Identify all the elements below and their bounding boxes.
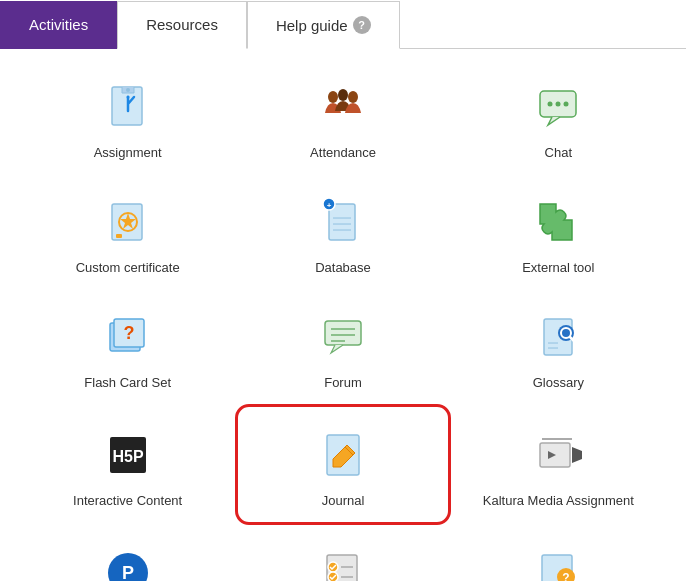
svg-point-5	[348, 91, 358, 103]
journal-icon	[313, 425, 373, 485]
flash-card-set-icon: ?	[98, 307, 158, 367]
tab-bar: Activities Resources Help guide ?	[0, 0, 686, 49]
activity-assignment[interactable]: Assignment	[20, 59, 235, 174]
kaltura-icon	[528, 425, 588, 485]
chat-icon	[528, 77, 588, 137]
tab-helpguide-label: Help guide	[276, 17, 348, 34]
activity-external-tool[interactable]: External tool	[451, 174, 666, 289]
svg-text:P: P	[122, 563, 134, 581]
activity-database[interactable]: + Database	[235, 174, 450, 289]
svg-text:H5P: H5P	[112, 448, 143, 465]
svg-point-2	[126, 96, 129, 99]
svg-point-3	[328, 91, 338, 103]
custom-certificate-icon	[98, 192, 158, 252]
svg-point-8	[556, 102, 561, 107]
activity-pearson[interactable]: P Pearson MyLab & Mastering Link	[20, 525, 235, 581]
activity-journal[interactable]: Journal	[235, 404, 450, 525]
interactive-content-icon: H5P	[98, 425, 158, 485]
journal-label: Journal	[322, 493, 365, 510]
svg-text:?: ?	[563, 571, 570, 581]
chat-label: Chat	[545, 145, 572, 162]
activity-flash-card-set[interactable]: ? Flash Card Set	[20, 289, 235, 404]
forum-icon	[313, 307, 373, 367]
svg-marker-38	[572, 447, 582, 463]
database-label: Database	[315, 260, 371, 277]
custom-certificate-label: Custom certificate	[76, 260, 180, 277]
svg-point-7	[548, 102, 553, 107]
activity-glossary[interactable]: Glossary	[451, 289, 666, 404]
activity-quiz[interactable]: ? Quiz	[451, 525, 666, 581]
svg-point-1	[126, 88, 130, 92]
activity-interactive-content[interactable]: H5P Interactive Content	[20, 404, 235, 525]
activity-questionnaire[interactable]: Questionnaire	[235, 525, 450, 581]
questionnaire-icon	[313, 543, 373, 581]
svg-point-9	[564, 102, 569, 107]
activity-forum[interactable]: Forum	[235, 289, 450, 404]
forum-label: Forum	[324, 375, 362, 392]
attendance-icon	[313, 77, 373, 137]
external-tool-icon	[528, 192, 588, 252]
svg-point-45	[328, 572, 338, 581]
activity-kaltura[interactable]: Kaltura Media Assignment	[451, 404, 666, 525]
activity-chat[interactable]: Chat	[451, 59, 666, 174]
tab-resources[interactable]: Resources	[117, 1, 247, 49]
quiz-icon: ?	[528, 543, 588, 581]
activity-attendance[interactable]: Attendance	[235, 59, 450, 174]
assignment-icon	[98, 77, 158, 137]
help-icon: ?	[353, 16, 371, 34]
database-icon: +	[313, 192, 373, 252]
pearson-icon: P	[98, 543, 158, 581]
kaltura-label: Kaltura Media Assignment	[483, 493, 634, 510]
assignment-label: Assignment	[94, 145, 162, 162]
tab-activities[interactable]: Activities	[0, 1, 117, 49]
external-tool-label: External tool	[522, 260, 594, 277]
glossary-icon	[528, 307, 588, 367]
tab-helpguide[interactable]: Help guide ?	[247, 1, 400, 49]
svg-text:?: ?	[123, 323, 134, 343]
flash-card-set-label: Flash Card Set	[84, 375, 171, 392]
svg-rect-13	[116, 234, 122, 238]
activity-custom-certificate[interactable]: Custom certificate	[20, 174, 235, 289]
activities-grid: Assignment Attendance	[0, 49, 686, 581]
interactive-content-label: Interactive Content	[73, 493, 182, 510]
svg-text:+: +	[327, 201, 332, 210]
attendance-label: Attendance	[310, 145, 376, 162]
glossary-label: Glossary	[533, 375, 584, 392]
svg-point-4	[338, 89, 348, 101]
